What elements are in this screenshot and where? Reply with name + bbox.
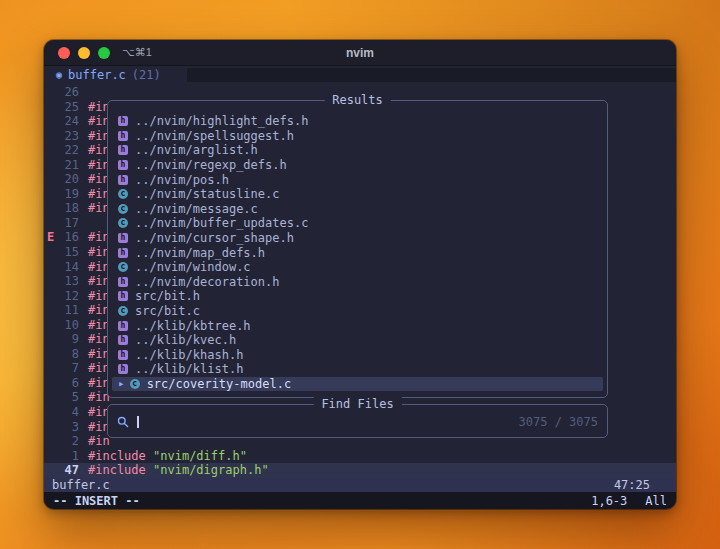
command-line: -- INSERT -- 1,6-3 All <box>44 492 676 509</box>
line-number: 47 <box>57 463 79 478</box>
result-item[interactable]: h../nvim/cursor_shape.h <box>112 231 603 246</box>
filetype-c-icon: c <box>118 306 128 316</box>
nvim-window: ⌥⌘1 nvim ◉ buffer.c (21) 2625#in24#in23#… <box>44 40 676 509</box>
filetype-c-icon: c <box>118 204 128 214</box>
result-label: ../nvim/spellsuggest.h <box>135 129 294 143</box>
result-label: ../nvim/statusline.c <box>135 187 280 201</box>
line-number: 7 <box>57 361 79 376</box>
result-item[interactable]: h../klib/kbtree.h <box>112 318 603 333</box>
close-button[interactable] <box>58 47 70 59</box>
buffer-tab-label: buffer.c <box>68 66 126 84</box>
line-number: 4 <box>57 405 79 420</box>
result-label: ../nvim/cursor_shape.h <box>135 231 294 245</box>
line-text: #include "nvim/diff.h" <box>88 449 247 464</box>
line-number: 5 <box>57 390 79 405</box>
result-item[interactable]: c../nvim/buffer_updates.c <box>112 216 603 231</box>
result-label: src/coverity-model.c <box>147 377 292 391</box>
filetype-c-icon: c <box>118 218 128 228</box>
filetype-h-icon: h <box>118 116 128 126</box>
line-number: 3 <box>57 420 79 435</box>
line-text: #include "nvim/digraph.h" <box>88 463 269 478</box>
line-number: 9 <box>57 332 79 347</box>
result-label: ../nvim/map_defs.h <box>135 246 265 260</box>
line-number: 20 <box>57 172 79 187</box>
statusline: buffer.c 47:25 <box>44 478 676 492</box>
editor-line[interactable]: 1#include "nvim/diff.h" <box>44 449 676 464</box>
result-item[interactable]: h../nvim/arglist.h <box>112 143 603 158</box>
results-title: Results <box>324 93 391 108</box>
search-icon <box>117 416 129 428</box>
tabline: ◉ buffer.c (21) <box>44 66 676 84</box>
result-item[interactable]: c../nvim/message.c <box>112 202 603 217</box>
result-item[interactable]: h../nvim/regexp_defs.h <box>112 158 603 173</box>
line-number: 24 <box>57 114 79 129</box>
result-item[interactable]: h../nvim/decoration.h <box>112 275 603 290</box>
buffer-tab[interactable]: ◉ buffer.c (21) <box>44 66 187 84</box>
buffer-icon: ◉ <box>56 66 62 84</box>
sign-column: E <box>44 230 57 245</box>
filetype-h-icon: h <box>118 233 128 243</box>
line-text: #in <box>88 434 110 449</box>
result-label: ../nvim/regexp_defs.h <box>135 158 287 172</box>
match-counter: 3075 / 3075 <box>519 415 598 429</box>
line-number: 11 <box>57 303 79 318</box>
mode-indicator: -- INSERT -- <box>53 494 140 508</box>
result-label: src/bit.h <box>135 289 200 303</box>
find-files-panel: Find Files 3075 / 3075 <box>107 404 608 438</box>
result-item[interactable]: csrc/bit.c <box>112 304 603 319</box>
line-number: 21 <box>57 158 79 173</box>
line-number: 6 <box>57 376 79 391</box>
line-number: 26 <box>57 85 79 100</box>
buffer-count-badge: (21) <box>132 66 161 84</box>
result-item[interactable]: h../nvim/pos.h <box>112 172 603 187</box>
result-item[interactable]: c../nvim/statusline.c <box>112 187 603 202</box>
find-files-input[interactable]: 3075 / 3075 <box>117 415 598 429</box>
line-number: 10 <box>57 318 79 333</box>
line-number: 17 <box>57 216 79 231</box>
filetype-h-icon: h <box>118 248 128 258</box>
result-item[interactable]: h../klib/kvec.h <box>112 333 603 348</box>
line-number: 15 <box>57 245 79 260</box>
line-number: 13 <box>57 274 79 289</box>
result-item[interactable]: ▸csrc/coverity-model.c <box>112 377 603 392</box>
result-item[interactable]: h../nvim/spellsuggest.h <box>112 129 603 144</box>
line-number: 23 <box>57 129 79 144</box>
result-item[interactable]: hsrc/bit.h <box>112 289 603 304</box>
editor[interactable]: 2625#in24#in23#in22#in21#in20#in19#in18#… <box>44 84 676 478</box>
result-item[interactable]: h../klib/klist.h <box>112 362 603 377</box>
filetype-h-icon: h <box>118 160 128 170</box>
result-label: ../nvim/arglist.h <box>135 143 258 157</box>
result-label: ../klib/kvec.h <box>135 333 236 347</box>
result-item[interactable]: h../nvim/map_defs.h <box>112 245 603 260</box>
line-number: 25 <box>57 100 79 115</box>
result-item[interactable]: h../nvim/highlight_defs.h <box>112 114 603 129</box>
result-item[interactable]: c../nvim/window.c <box>112 260 603 275</box>
zoom-button[interactable] <box>98 47 110 59</box>
desktop-wallpaper: ⌥⌘1 nvim ◉ buffer.c (21) 2625#in24#in23#… <box>0 0 720 549</box>
editor-line[interactable]: 47#include "nvim/digraph.h" <box>44 463 676 478</box>
filetype-c-icon: c <box>130 379 140 389</box>
filetype-h-icon: h <box>118 145 128 155</box>
scroll-position: All <box>645 494 667 508</box>
window-shortcut-label: ⌥⌘1 <box>122 46 152 59</box>
filetype-h-icon: h <box>118 277 128 287</box>
titlebar: ⌥⌘1 nvim <box>44 40 676 66</box>
result-label: ../nvim/pos.h <box>135 173 229 187</box>
statusline-filename: buffer.c <box>52 478 110 492</box>
results-list: h../nvim/highlight_defs.hh../nvim/spells… <box>112 114 603 391</box>
line-number: 2 <box>57 434 79 449</box>
filetype-c-icon: c <box>118 189 128 199</box>
line-number: 12 <box>57 289 79 304</box>
tabline-fill <box>187 68 676 82</box>
minimize-button[interactable] <box>78 47 90 59</box>
filetype-h-icon: h <box>118 131 128 141</box>
filetype-h-icon: h <box>118 291 128 301</box>
line-number: 22 <box>57 143 79 158</box>
line-number: 18 <box>57 201 79 216</box>
line-number: 19 <box>57 187 79 202</box>
result-item[interactable]: h../klib/khash.h <box>112 348 603 363</box>
statusline-position: 47:25 <box>614 478 650 492</box>
line-number: 16 <box>57 230 79 245</box>
result-label: ../nvim/message.c <box>135 202 258 216</box>
result-label: ../klib/kbtree.h <box>135 319 251 333</box>
